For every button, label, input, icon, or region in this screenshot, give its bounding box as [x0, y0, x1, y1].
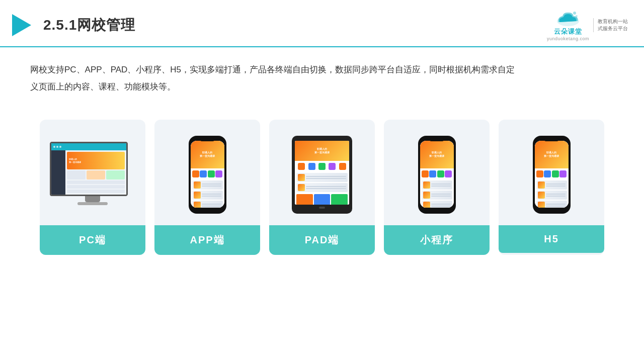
h5-card-item-1	[536, 180, 567, 190]
logo-area: 云朵课堂 yunduoketang.com 教育机构一站 式服务云平台	[547, 9, 628, 41]
phone-card-row-miniapp	[420, 179, 454, 208]
phone-card-item-3	[192, 201, 223, 208]
h5-card-thumb-1	[538, 182, 545, 189]
pc-top-bar	[51, 143, 126, 150]
phone-card-lines-3	[202, 204, 221, 207]
pc-list-row-2	[67, 185, 125, 189]
play-icon	[12, 14, 31, 36]
phone-notch-h5	[544, 138, 558, 141]
pc-dot-3	[59, 146, 61, 148]
card-image-miniapp: 职通人的第一堂沟通课	[384, 120, 490, 225]
phone-icon-2	[200, 170, 207, 177]
header-left: 2.5.1网校管理	[12, 14, 135, 36]
h5-card-thumb-2	[538, 192, 545, 199]
pc-grid-item-3	[106, 170, 125, 179]
h5-icon-4	[559, 170, 567, 177]
phone-card-row-app	[191, 179, 224, 208]
phone-miniapp: 职通人的第一堂沟通课	[418, 136, 456, 214]
miniapp-card-thumb-2	[423, 192, 430, 199]
card-image-app: 职通人的第一堂沟通课	[154, 120, 260, 225]
phone-icons-row-app	[191, 168, 224, 179]
tablet-card-thumb-1	[298, 174, 305, 181]
phone-card-thumb-1	[194, 182, 201, 189]
phone-screen-h5: 职通人的第一堂沟通课	[535, 141, 569, 208]
card-image-h5: 职通人的第一堂沟通课	[499, 120, 604, 225]
phone-notch-app	[200, 138, 214, 141]
miniapp-card-line-2	[431, 186, 451, 187]
phone-card-thumb-2	[194, 192, 201, 199]
pc-main: 职通人的第一堂沟通课	[65, 150, 126, 195]
logo-slogan-line2: 式服务云平台	[598, 25, 628, 32]
phone-card-line-2	[202, 186, 221, 187]
h5-card-lines-2	[546, 194, 566, 197]
tablet-card-lines-2	[306, 186, 346, 189]
logo-slogan: 教育机构一站 式服务云平台	[593, 18, 628, 32]
miniapp-card-thumb-3	[423, 202, 430, 208]
miniapp-icon-3	[437, 170, 444, 177]
phone-card-lines-2	[202, 194, 221, 197]
miniapp-card-line-5	[431, 204, 451, 205]
phone-banner-text-app: 职通人的第一堂沟通课	[200, 151, 215, 158]
miniapp-card-line-4	[431, 196, 451, 197]
phone-card-line-4	[202, 196, 221, 197]
h5-card-lines-3	[546, 204, 566, 207]
pc-banner: 职通人的第一堂沟通课	[67, 152, 125, 169]
tablet-icon-2	[308, 163, 315, 170]
card-label-app: APP端	[154, 225, 260, 255]
tablet-icon-1	[298, 163, 305, 170]
header: 2.5.1网校管理 云朵课堂 yunduoketang.com 教育机构一站 式…	[0, 0, 644, 47]
phone-screen-content-h5: 职通人的第一堂沟通课	[535, 141, 569, 208]
card-miniapp: 职通人的第一堂沟通课	[384, 120, 490, 255]
card-h5: 职通人的第一堂沟通课	[499, 120, 604, 255]
card-label-pc: PC端	[40, 225, 145, 255]
logo-cloud: 云朵课堂 yunduoketang.com	[547, 9, 589, 41]
tablet-icons-row	[295, 161, 349, 172]
phone-banner-h5: 职通人的第一堂沟通课	[535, 141, 569, 168]
card-pc: 职通人的第一堂沟通课	[40, 120, 145, 255]
h5-card-line-1	[546, 184, 566, 185]
h5-card-thumb-3	[538, 202, 545, 208]
miniapp-card-lines-3	[431, 204, 451, 207]
miniapp-icon-2	[429, 170, 436, 177]
phone-screen-app: 职通人的第一堂沟通课	[191, 141, 224, 208]
miniapp-icon-4	[445, 170, 452, 177]
phone-app: 职通人的第一堂沟通课	[189, 136, 226, 214]
h5-card-line-5	[546, 204, 566, 205]
tablet-pad: 职通人的第一堂沟通课	[292, 136, 352, 214]
tablet-icon-5	[339, 163, 346, 170]
svg-point-2	[576, 15, 578, 17]
tablet-card-item-1	[296, 173, 348, 182]
h5-card-line-2	[546, 186, 566, 187]
pc-banner-text: 职通人的第一堂沟通课	[69, 158, 81, 163]
card-app: 职通人的第一堂沟通课	[154, 120, 260, 255]
tablet-banner: 职通人的第一堂沟通课	[295, 141, 349, 161]
svg-point-1	[573, 12, 576, 15]
card-label-h5: H5	[499, 225, 604, 253]
tablet-bottom	[295, 193, 349, 205]
tablet-icon-3	[318, 163, 326, 170]
logo-text-main: 云朵课堂	[554, 27, 582, 36]
h5-card-line-4	[546, 196, 566, 197]
phone-h5: 职通人的第一堂沟通课	[533, 136, 571, 214]
tablet-screen: 职通人的第一堂沟通课	[295, 141, 349, 205]
phone-banner-text-miniapp: 职通人的第一堂沟通课	[429, 151, 444, 158]
tablet-card-line-1	[306, 176, 346, 177]
card-image-pc: 职通人的第一堂沟通课	[40, 120, 145, 225]
phone-card-line-1	[202, 184, 221, 185]
pc-sidebar	[51, 150, 65, 195]
phone-screen-content-app: 职通人的第一堂沟通课	[191, 141, 224, 208]
pc-monitor: 职通人的第一堂沟通课	[50, 142, 135, 207]
monitor-base	[77, 202, 108, 205]
pc-grid-item-2	[87, 170, 105, 179]
logo-slogan-line1: 教育机构一站	[598, 18, 628, 25]
miniapp-card-item-3	[422, 201, 452, 208]
phone-card-line-3	[202, 194, 221, 195]
phone-icons-row-h5	[535, 168, 569, 179]
tablet-card-item-2	[296, 183, 348, 192]
h5-icon-2	[544, 170, 551, 177]
h5-card-lines-1	[546, 184, 566, 187]
cloud-logo-icon	[554, 9, 582, 27]
card-image-pad: 职通人的第一堂沟通课	[269, 120, 375, 225]
phone-screen-content-miniapp: 职通人的第一堂沟通课	[420, 141, 454, 208]
h5-icon-1	[536, 170, 543, 177]
